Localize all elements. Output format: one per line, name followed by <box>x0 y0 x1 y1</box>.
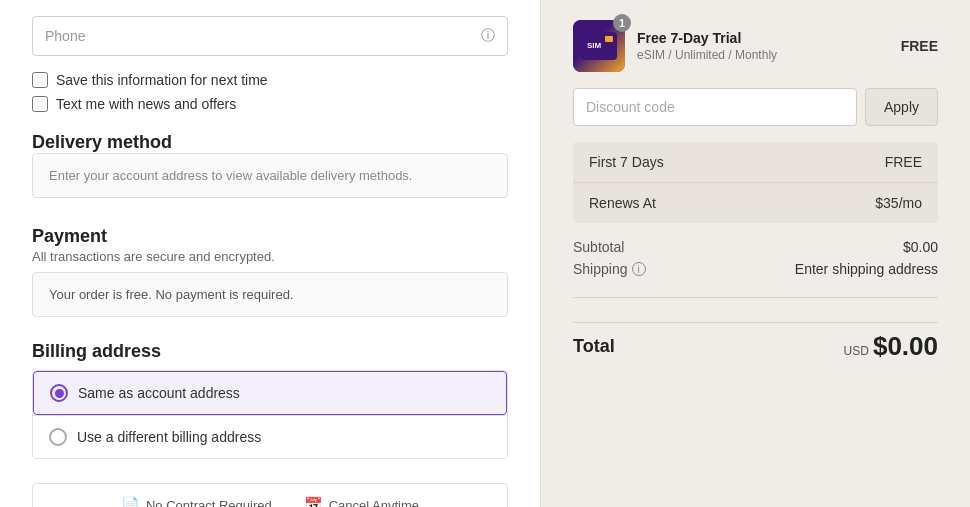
shipping-label: Shipping i <box>573 261 646 277</box>
subtotal-label: Subtotal <box>573 239 624 255</box>
free-payment-text: Your order is free. No payment is requir… <box>49 287 293 302</box>
renews-row: Renews At $35/mo <box>573 183 938 223</box>
product-image-wrapper: SIM 1 <box>573 20 625 72</box>
delivery-title: Delivery method <box>32 132 508 153</box>
text-news-label: Text me with news and offers <box>56 96 236 112</box>
svg-text:SIM: SIM <box>587 41 602 50</box>
price-breakdown: First 7 Days FREE Renews At $35/mo <box>573 142 938 223</box>
save-info-input[interactable] <box>32 72 48 88</box>
product-price: FREE <box>901 38 938 54</box>
total-row: Total USD $0.00 <box>573 322 938 362</box>
product-row: SIM 1 Free 7-Day Trial eSIM / Unlimited … <box>573 20 938 72</box>
payment-subtitle: All transactions are secure and encrypte… <box>32 249 508 264</box>
total-currency: USD <box>844 344 869 358</box>
save-info-label: Save this information for next time <box>56 72 268 88</box>
no-contract-icon: 📄 <box>121 496 140 507</box>
first7-label: First 7 Days <box>589 154 664 170</box>
summary-section: Subtotal $0.00 Shipping i Enter shipping… <box>573 239 938 277</box>
product-badge: 1 <box>613 14 631 32</box>
radio-same-icon <box>50 384 68 402</box>
text-news-input[interactable] <box>32 96 48 112</box>
apply-button[interactable]: Apply <box>865 88 938 126</box>
phone-info-icon[interactable]: ⓘ <box>481 27 495 45</box>
phone-row: Phone ⓘ <box>32 16 508 56</box>
renews-label: Renews At <box>589 195 656 211</box>
total-amount: $0.00 <box>873 331 938 362</box>
text-news-checkbox[interactable]: Text me with news and offers <box>32 96 508 112</box>
delivery-placeholder-box: Enter your account address to view avail… <box>32 153 508 198</box>
billing-section: Billing address Same as account address … <box>32 333 508 459</box>
checkbox-group: Save this information for next time Text… <box>32 72 508 112</box>
billing-same-option[interactable]: Same as account address <box>33 371 507 415</box>
radio-different-icon <box>49 428 67 446</box>
right-panel: SIM 1 Free 7-Day Trial eSIM / Unlimited … <box>540 0 970 507</box>
subtotal-value: $0.00 <box>903 239 938 255</box>
total-value-group: USD $0.00 <box>844 331 938 362</box>
delivery-section: Delivery method Enter your account addre… <box>32 124 508 198</box>
discount-row: Apply <box>573 88 938 126</box>
left-panel: Phone ⓘ Save this information for next t… <box>0 0 540 507</box>
cancel-label: Cancel Anytime <box>329 498 419 508</box>
shipping-row: Shipping i Enter shipping address <box>573 261 938 277</box>
billing-different-option[interactable]: Use a different billing address <box>33 415 507 458</box>
product-info: Free 7-Day Trial eSIM / Unlimited / Mont… <box>637 30 889 62</box>
cancel-feature: 📅 Cancel Anytime <box>304 496 419 507</box>
no-contract-label: No Contract Required <box>146 498 272 508</box>
billing-same-label: Same as account address <box>78 385 240 401</box>
features-bar: 📄 No Contract Required 📅 Cancel Anytime <box>32 483 508 507</box>
renews-value: $35/mo <box>875 195 922 211</box>
first7-value: FREE <box>885 154 922 170</box>
shipping-text: Shipping <box>573 261 628 277</box>
save-info-checkbox[interactable]: Save this information for next time <box>32 72 508 88</box>
phone-placeholder: Phone <box>45 28 85 44</box>
subtotal-row: Subtotal $0.00 <box>573 239 938 255</box>
billing-title: Billing address <box>32 341 508 362</box>
billing-different-label: Use a different billing address <box>77 429 261 445</box>
svg-rect-2 <box>605 36 613 42</box>
shipping-info-icon[interactable]: i <box>632 262 646 276</box>
billing-options: Same as account address Use a different … <box>32 370 508 459</box>
cancel-icon: 📅 <box>304 496 323 507</box>
delivery-placeholder-text: Enter your account address to view avail… <box>49 168 412 183</box>
payment-section: Payment All transactions are secure and … <box>32 218 508 317</box>
product-sub: eSIM / Unlimited / Monthly <box>637 48 889 62</box>
discount-input[interactable] <box>573 88 857 126</box>
free-payment-box: Your order is free. No payment is requir… <box>32 272 508 317</box>
total-divider <box>573 297 938 298</box>
no-contract-feature: 📄 No Contract Required <box>121 496 272 507</box>
payment-title: Payment <box>32 226 508 247</box>
first7-row: First 7 Days FREE <box>573 142 938 183</box>
product-name: Free 7-Day Trial <box>637 30 889 46</box>
total-label: Total <box>573 336 615 357</box>
shipping-note: Enter shipping address <box>795 261 938 277</box>
